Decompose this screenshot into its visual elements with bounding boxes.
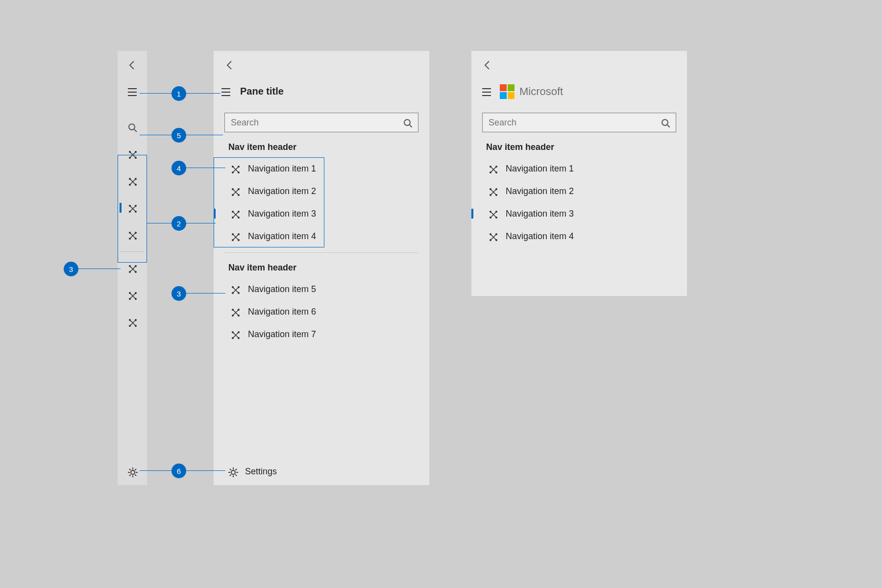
nav-item-label: Navigation item 3 [248,209,316,219]
hamburger-button[interactable] [481,86,492,97]
callout-badge-5: 5 [172,128,186,143]
nav-item-icon [228,231,241,241]
search-input[interactable] [483,118,654,128]
nav-item[interactable]: Navigation item 6 [214,300,429,323]
nav-group-header-2: Nav item header [214,253,429,278]
nav-item[interactable]: Navigation item 2 [214,180,429,202]
search-box[interactable] [224,113,418,132]
nav-item-icon [228,307,241,317]
settings-label: Settings [245,466,277,477]
search-input[interactable] [225,118,396,128]
nav-item-icon [228,164,241,173]
nav-item-icon [486,209,499,219]
nav-item[interactable]: Navigation item 3 [214,202,429,225]
nav-item-label: Navigation item 1 [506,164,574,174]
search-icon[interactable] [654,118,676,127]
nav-icon-7[interactable] [118,309,147,336]
nav-item-icon [228,329,241,339]
divider [121,251,144,252]
nav-item[interactable]: Navigation item 1 [214,157,429,180]
callout-badge-3b: 3 [172,286,186,301]
nav-pane-branded: Microsoft Nav item header Navigation ite… [471,51,687,296]
nav-item-label: Navigation item 2 [506,186,574,196]
callout-badge-3: 3 [64,262,78,276]
nav-item-label: Navigation item 7 [248,329,316,340]
brand-name: Microsoft [519,85,563,98]
nav-item-label: Navigation item 4 [248,231,316,242]
settings-item[interactable]: Settings [214,458,429,485]
nav-item-icon [228,186,241,196]
gear-icon [227,466,238,477]
nav-item-label: Navigation item 1 [248,164,316,174]
callout-badge-4: 4 [172,161,186,175]
nav-item[interactable]: Navigation item 7 [214,323,429,345]
callout-badge-6: 6 [172,464,186,478]
back-button[interactable] [224,59,235,70]
search-icon[interactable] [396,118,418,127]
nav-item-icon [486,231,499,241]
nav-item-icon [486,186,499,196]
nav-item[interactable]: Navigation item 2 [471,180,687,202]
callout-badge-1: 1 [172,86,186,101]
nav-icon-6[interactable] [118,282,147,309]
nav-pane-expanded: Pane title Nav item header Navigation it… [214,51,429,485]
microsoft-logo-icon [500,84,514,99]
nav-icon-2[interactable] [118,168,147,195]
pane-title: Pane title [240,86,284,97]
nav-icon-1[interactable] [118,141,147,168]
nav-item-label: Navigation item 2 [248,186,316,196]
nav-item[interactable]: Navigation item 1 [471,157,687,180]
nav-item[interactable]: Navigation item 5 [214,278,429,300]
nav-group-header: Nav item header [471,132,687,157]
nav-item-icon [486,164,499,173]
settings-button[interactable] [118,458,147,485]
nav-item-label: Navigation item 5 [248,284,316,294]
nav-item-label: Navigation item 3 [506,209,574,219]
nav-icon-3[interactable] [118,195,147,221]
hamburger-button[interactable] [220,86,231,97]
nav-rail-compact [118,51,147,485]
nav-item-label: Navigation item 6 [248,307,316,317]
back-button[interactable] [118,51,147,78]
nav-item[interactable]: Navigation item 4 [214,225,429,247]
nav-item-label: Navigation item 4 [506,231,574,242]
nav-item[interactable]: Navigation item 4 [471,225,687,247]
nav-icon-5[interactable] [118,255,147,282]
nav-item-icon [228,209,241,219]
nav-item-icon [228,284,241,294]
selection-indicator [120,203,122,213]
nav-item[interactable]: Navigation item 3 [471,202,687,225]
search-box[interactable] [482,113,676,132]
nav-icon-4[interactable] [118,221,147,248]
hamburger-button[interactable] [118,78,147,105]
nav-group-header-1: Nav item header [214,132,429,157]
brand-logo: Microsoft [500,84,563,99]
callout-lead [77,269,121,269]
callout-lead [186,293,225,294]
back-button[interactable] [482,59,493,70]
callout-badge-2: 2 [172,216,186,231]
search-button[interactable] [118,114,147,141]
